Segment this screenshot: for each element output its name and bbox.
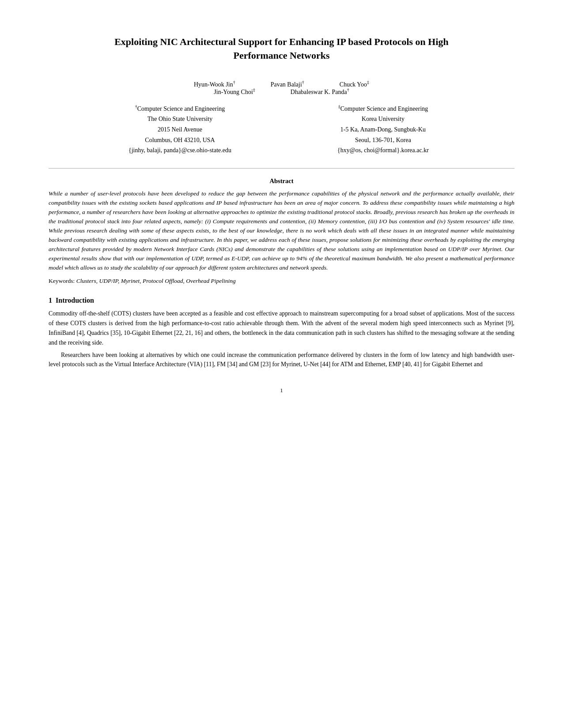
abstract-title: Abstract: [49, 177, 514, 185]
affil-left-university: The Ohio State University: [92, 114, 268, 124]
divider: [49, 168, 514, 169]
affil-right-dept: ‡Computer Science and Engineering: [295, 103, 472, 114]
author-col-choi: Jin-Young Choi‡: [214, 86, 255, 97]
section-introduction: 1 Introduction Commodity off-the-shelf (…: [49, 296, 514, 369]
affil-left: †Computer Science and Engineering The Oh…: [92, 103, 268, 156]
affil-right-email: {hxy@os, choi@formal}.korea.ac.kr: [295, 145, 472, 156]
title-line1: Exploiting NIC Architectural Support for…: [114, 36, 449, 47]
paper-title: Exploiting NIC Architectural Support for…: [49, 35, 514, 63]
title-section: Exploiting NIC Architectural Support for…: [49, 35, 514, 63]
section-heading-intro: 1 Introduction: [49, 296, 514, 304]
page-number: 1: [49, 387, 514, 394]
affil-left-address1: 2015 Neil Avenue: [92, 124, 268, 135]
keywords-value: Clusters, UDP/IP, Myrinet, Protocol Offl…: [76, 278, 236, 284]
section1-para2: Researchers have been looking at alterna…: [49, 350, 514, 370]
abstract-section: Abstract While a number of user-level pr…: [49, 177, 514, 286]
keywords-label: Keywords:: [49, 278, 76, 284]
affil-left-dept: †Computer Science and Engineering: [92, 103, 268, 114]
page: Exploiting NIC Architectural Support for…: [0, 0, 563, 728]
author-sup-yoo: ‡: [367, 80, 369, 85]
author-sup-jin: †: [233, 80, 235, 85]
author-name-panda: Dhabaleswar K. Panda: [291, 89, 347, 95]
author-sup-balaji: †: [302, 80, 304, 85]
affil-right-university: Korea University: [295, 114, 472, 124]
affil-right: ‡Computer Science and Engineering Korea …: [295, 103, 472, 156]
author-col-panda: Dhabaleswar K. Panda†: [291, 86, 349, 97]
abstract-body: While a number of user-level protocols h…: [49, 189, 514, 272]
keywords-line: Keywords: Clusters, UDP/IP, Myrinet, Pro…: [49, 277, 514, 286]
affil-left-address2: Columbus, OH 43210, USA: [92, 135, 268, 146]
section-number-1: 1: [49, 296, 52, 304]
affil-right-address2: Seoul, 136-701, Korea: [295, 135, 472, 146]
affil-left-email: {jinhy, balaji, panda}@cse.ohio-state.ed…: [92, 145, 268, 156]
author-sup-choi: ‡: [253, 87, 255, 92]
author-sup-panda: †: [347, 87, 349, 92]
section1-para1: Commodity off-the-shelf (COTS) clusters …: [49, 309, 514, 347]
affiliations-section: †Computer Science and Engineering The Oh…: [49, 103, 514, 156]
affil-right-address1: 1-5 Ka, Anam-Dong, Sungbuk-Ku: [295, 124, 472, 135]
author-name-choi: Jin-Young Choi: [214, 89, 253, 95]
section-title-intro: Introduction: [56, 296, 94, 304]
title-line2: Performance Networks: [233, 50, 329, 61]
